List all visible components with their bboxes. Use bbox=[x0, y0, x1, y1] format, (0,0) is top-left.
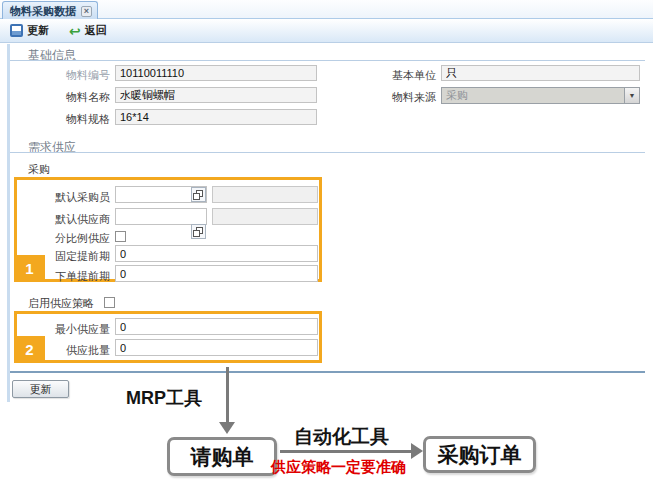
purchase-group-label: 采购 bbox=[28, 162, 50, 177]
min-supply-field[interactable] bbox=[115, 318, 318, 335]
supply-batch-label: 供应批量 bbox=[40, 343, 110, 358]
enable-supply-policy-label: 启用供应策略 bbox=[28, 296, 94, 311]
material-no-field[interactable] bbox=[115, 65, 317, 81]
material-no-label: 物料编号 bbox=[40, 68, 110, 83]
fixed-leadtime-label: 固定提前期 bbox=[40, 249, 110, 264]
back-arrow-icon: ↩ bbox=[69, 25, 81, 37]
min-supply-label: 最小供应量 bbox=[40, 322, 110, 337]
section-demand-underline bbox=[10, 152, 645, 153]
material-name-label: 物料名称 bbox=[40, 90, 110, 105]
material-source-label: 物料来源 bbox=[368, 90, 436, 105]
default-supplier-label: 默认供应商 bbox=[40, 212, 110, 227]
down-arrow-head bbox=[219, 422, 235, 434]
material-source-dropdown[interactable]: 采购 ▼ bbox=[441, 87, 640, 104]
order-leadtime-field[interactable] bbox=[115, 265, 318, 282]
update-button[interactable]: 更新 bbox=[7, 21, 52, 40]
footer-divider bbox=[10, 371, 645, 373]
down-arrow-line bbox=[226, 367, 229, 423]
close-icon[interactable]: × bbox=[81, 6, 92, 17]
right-arrow-line bbox=[280, 450, 412, 453]
section-demand-supply: 需求供应 bbox=[28, 139, 76, 156]
section-basic-info: 基础信息 bbox=[28, 47, 76, 64]
badge-1: 1 bbox=[14, 255, 45, 282]
material-spec-field[interactable] bbox=[115, 109, 317, 125]
purchase-requisition-box: 请购单 bbox=[167, 437, 277, 476]
fixed-leadtime-field[interactable] bbox=[115, 245, 318, 262]
order-leadtime-label: 下单提前期 bbox=[40, 269, 110, 284]
supply-batch-field[interactable] bbox=[115, 339, 318, 356]
enable-supply-policy-checkbox[interactable] bbox=[104, 297, 115, 308]
material-name-field[interactable] bbox=[115, 87, 317, 103]
warning-text: 供应策略一定要准确 bbox=[271, 458, 406, 477]
default-supplier-display bbox=[212, 208, 318, 225]
material-spec-label: 物料规格 bbox=[40, 112, 110, 127]
ratio-supply-label: 分比例供应 bbox=[40, 231, 110, 246]
supplier-lookup-icon[interactable] bbox=[191, 224, 206, 239]
default-buyer-display bbox=[212, 186, 318, 203]
ratio-supply-checkbox[interactable] bbox=[115, 231, 126, 242]
mrp-tool-label: MRP工具 bbox=[126, 386, 202, 410]
material-source-value: 采购 bbox=[446, 88, 468, 103]
base-unit-field[interactable] bbox=[441, 65, 640, 81]
badge-2: 2 bbox=[14, 336, 45, 363]
back-button[interactable]: ↩ 返回 bbox=[66, 21, 110, 40]
purchase-order-box: 采购订单 bbox=[423, 436, 536, 473]
chevron-down-icon[interactable]: ▼ bbox=[624, 88, 639, 103]
default-buyer-label: 默认采购员 bbox=[40, 190, 110, 205]
automation-tool-label: 自动化工具 bbox=[294, 424, 389, 450]
footer-update-button[interactable]: 更新 bbox=[12, 380, 69, 398]
save-icon bbox=[10, 24, 23, 37]
update-button-label: 更新 bbox=[27, 23, 49, 38]
back-button-label: 返回 bbox=[85, 23, 107, 38]
tab-material-purchase-data[interactable]: 物料采购数据 × bbox=[2, 1, 98, 19]
right-arrow-head bbox=[411, 443, 423, 459]
default-supplier-field[interactable] bbox=[115, 208, 207, 225]
tab-title: 物料采购数据 bbox=[10, 4, 76, 19]
base-unit-label: 基本单位 bbox=[368, 68, 436, 83]
section-basic-underline bbox=[10, 60, 645, 61]
buyer-lookup-icon[interactable] bbox=[191, 187, 206, 202]
toolbar: 更新 ↩ 返回 bbox=[0, 19, 653, 43]
